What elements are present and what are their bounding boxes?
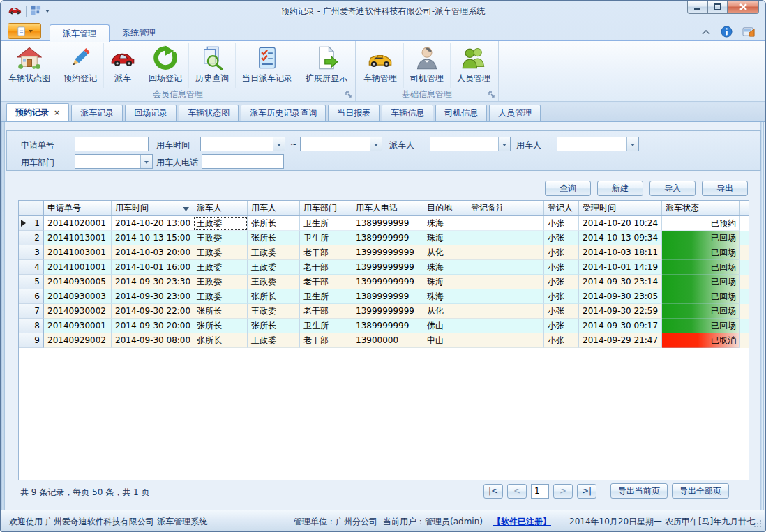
grid-cell[interactable]: 小张 xyxy=(544,216,579,231)
ribbon-tab[interactable]: 派车管理 xyxy=(50,24,110,42)
combo-dropdown-icon[interactable] xyxy=(498,137,510,151)
doc-tab[interactable]: 预约记录× xyxy=(6,103,69,121)
row-indicator[interactable]: 3 xyxy=(19,245,44,260)
grid-cell[interactable]: 王政委 xyxy=(248,245,300,260)
grid-cell[interactable]: 1389999999 xyxy=(352,319,423,333)
dispatch-status-cell[interactable]: 已回场 xyxy=(662,304,740,319)
table-row[interactable]: 7201409300022014-09-30 22:00张所长王政委老干部139… xyxy=(19,304,749,319)
grid-cell[interactable]: 2014-09-30 08:00 xyxy=(112,333,193,348)
doc-tab[interactable]: 司机信息 xyxy=(435,105,487,121)
grid-cell[interactable]: 张所长 xyxy=(248,216,300,231)
dispatch-status-cell[interactable]: 已预约 xyxy=(662,216,740,231)
next-page-button[interactable]: > xyxy=(553,484,573,499)
table-row[interactable]: 8201409300012014-09-30 20:00张所长张所长卫生所138… xyxy=(19,319,749,333)
dispatch-status-cell[interactable]: 已回场 xyxy=(662,319,740,333)
combo-dropdown-icon[interactable] xyxy=(370,137,382,151)
dept-combo[interactable] xyxy=(75,154,153,169)
dialog-launcher-icon[interactable] xyxy=(488,91,496,99)
grid-cell[interactable]: 卫生所 xyxy=(300,216,352,231)
grid-cell[interactable]: 1389999999 xyxy=(352,289,423,304)
application-menu-button[interactable] xyxy=(8,23,41,39)
minimize-button[interactable] xyxy=(687,1,707,14)
grid-cell[interactable]: 13999999999 xyxy=(352,304,423,319)
grid-cell[interactable]: 2014-10-01 16:00 xyxy=(112,260,193,275)
grid-cell[interactable]: 卫生所 xyxy=(300,231,352,245)
grid-cell[interactable]: 张所长 xyxy=(248,289,300,304)
doc-tab[interactable]: 派车历史记录查询 xyxy=(241,105,326,121)
ribbon-button[interactable]: 历史查询 xyxy=(188,43,235,88)
row-indicator[interactable]: 8 xyxy=(19,319,44,333)
import-button[interactable]: 导入 xyxy=(649,181,696,196)
use-time-to-combo[interactable] xyxy=(300,137,382,151)
grid-cell[interactable]: 2014-10-03 18:11 xyxy=(579,245,662,260)
grid-cell[interactable]: 20140930001 xyxy=(44,319,112,333)
dispatch-status-cell[interactable]: 已取消 xyxy=(662,333,740,348)
new-button[interactable]: 新建 xyxy=(597,181,643,196)
grid-cell[interactable]: 小张 xyxy=(544,275,579,289)
first-page-button[interactable]: |< xyxy=(483,484,503,499)
column-header[interactable]: 用车人电话 xyxy=(352,201,423,215)
ribbon-button[interactable]: 回场登记 xyxy=(142,43,188,88)
table-row[interactable]: 2201410130012014-10-13 15:00王政委张所长卫生所138… xyxy=(19,231,749,245)
grid-cell[interactable]: 2014-09-30 20:00 xyxy=(112,319,193,333)
column-header[interactable]: 申请单号 xyxy=(44,201,112,215)
query-button[interactable]: 查询 xyxy=(545,181,591,196)
doc-tab[interactable]: 派车记录 xyxy=(71,105,123,121)
grid-cell[interactable] xyxy=(467,216,544,231)
column-header[interactable]: 用车部门 xyxy=(300,201,352,215)
table-row[interactable]: 5201409300052014-09-30 23:30王政委王政委老干部139… xyxy=(19,275,749,289)
row-indicator[interactable]: 9 xyxy=(19,333,44,348)
row-indicator[interactable]: 5 xyxy=(19,275,44,289)
dispatch-status-cell[interactable]: 已回场 xyxy=(662,289,740,304)
export-current-page-button[interactable]: 导出当前页 xyxy=(610,483,668,499)
grid-cell[interactable]: 小张 xyxy=(544,245,579,260)
tab-close-icon[interactable]: × xyxy=(54,108,60,117)
column-header[interactable]: 派车人 xyxy=(193,201,248,215)
grid-cell[interactable]: 从化 xyxy=(423,304,467,319)
grid-cell[interactable]: 2014-10-13 15:00 xyxy=(112,231,193,245)
grid-cell[interactable]: 20140930002 xyxy=(44,304,112,319)
grid-cell[interactable]: 2014-10-20 10:24 xyxy=(579,216,662,231)
grid-cell[interactable]: 老干部 xyxy=(300,275,352,289)
doc-tab[interactable]: 人员管理 xyxy=(489,105,541,121)
grid-cell[interactable]: 张所长 xyxy=(248,319,300,333)
grid-cell[interactable]: 珠海 xyxy=(423,216,467,231)
grid-cell[interactable] xyxy=(467,275,544,289)
grid-cell[interactable]: 20141013001 xyxy=(44,231,112,245)
grid-cell[interactable] xyxy=(467,260,544,275)
export-button[interactable]: 导出 xyxy=(702,181,748,196)
grid-cell[interactable]: 20140930005 xyxy=(44,275,112,289)
row-indicator[interactable]: 2 xyxy=(19,231,44,245)
grid-cell[interactable]: 2014-10-01 14:19 xyxy=(579,260,662,275)
grid-cell[interactable]: 13900000 xyxy=(352,333,423,348)
doc-tab[interactable]: 回场记录 xyxy=(125,105,177,121)
grid-cell[interactable]: 卫生所 xyxy=(300,289,352,304)
ribbon-button[interactable]: 当日派车记录 xyxy=(235,43,299,88)
collapse-ribbon-icon[interactable] xyxy=(701,28,711,38)
ribbon-tab[interactable]: 系统管理 xyxy=(110,24,168,42)
ribbon-button[interactable]: 车辆管理 xyxy=(357,43,403,88)
close-button[interactable] xyxy=(728,1,759,14)
column-header[interactable]: 登记备注 xyxy=(467,201,544,215)
dispatch-status-cell[interactable]: 已回场 xyxy=(662,275,740,289)
grid-cell[interactable] xyxy=(467,289,544,304)
grid-cell[interactable]: 老干部 xyxy=(300,333,352,348)
grid-cell[interactable]: 老干部 xyxy=(300,304,352,319)
grid-cell[interactable]: 张所长 xyxy=(193,333,248,348)
grid-cell[interactable]: 2014-10-20 13:00 xyxy=(112,216,193,231)
column-header[interactable]: 用车时间 xyxy=(112,201,193,215)
order-no-input[interactable] xyxy=(75,137,149,151)
grid-cell[interactable]: 2014-09-30 09:17 xyxy=(579,319,662,333)
phone-input[interactable] xyxy=(202,154,284,169)
grid-cell[interactable]: 老干部 xyxy=(300,260,352,275)
grid-cell[interactable]: 2014-09-30 23:05 xyxy=(579,289,662,304)
grid-cell[interactable]: 王政委 xyxy=(248,275,300,289)
grid-cell[interactable]: 从化 xyxy=(423,245,467,260)
grid-cell[interactable]: 小张 xyxy=(544,304,579,319)
grid-cell[interactable]: 王政委 xyxy=(248,333,300,348)
grid-cell[interactable]: 小张 xyxy=(544,231,579,245)
grid-cell[interactable] xyxy=(467,304,544,319)
dialog-launcher-icon[interactable] xyxy=(345,91,353,99)
grid-cell[interactable]: 张所长 xyxy=(193,319,248,333)
grid-cell[interactable] xyxy=(467,231,544,245)
